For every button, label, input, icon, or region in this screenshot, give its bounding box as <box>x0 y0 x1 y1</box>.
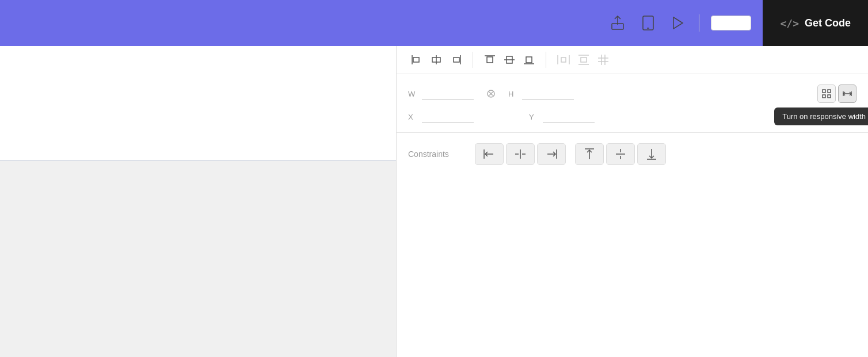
svg-rect-12 <box>487 57 493 63</box>
grid-icon <box>597 54 609 66</box>
export-button[interactable] <box>608 12 627 34</box>
constraint-left-button[interactable] <box>475 143 504 165</box>
width-input[interactable]: 414 <box>422 88 474 100</box>
constraint-right-button[interactable] <box>537 143 566 165</box>
align-right-button[interactable] <box>447 52 465 67</box>
constraint-center-v-button[interactable] <box>606 143 635 165</box>
export-icon <box>611 16 624 30</box>
svg-rect-10 <box>454 57 459 62</box>
play-button[interactable] <box>669 13 687 33</box>
svg-rect-30 <box>823 90 825 93</box>
distribute-v-icon <box>578 54 589 66</box>
right-panel: W 414 H 514 <box>396 46 868 357</box>
width-height-row: W 414 H 514 <box>408 85 856 103</box>
play-icon <box>672 17 684 29</box>
distribute-h-icon <box>557 55 570 65</box>
canvas-inner <box>0 46 396 161</box>
align-toolbar <box>397 46 868 74</box>
y-input[interactable]: 0 <box>543 111 595 123</box>
align-center-h-icon <box>431 55 442 65</box>
svg-rect-32 <box>823 95 825 98</box>
align-top-icon <box>484 55 496 65</box>
x-y-row: X 0 Y 0 <box>408 111 856 123</box>
constraint-top-icon <box>584 148 595 160</box>
svg-rect-33 <box>828 95 831 98</box>
x-label: X <box>408 113 417 121</box>
distribute-v-button[interactable] <box>575 52 592 68</box>
align-right-icon <box>450 55 462 65</box>
grid-button[interactable] <box>595 52 612 68</box>
align-left-button[interactable] <box>408 52 425 67</box>
dims-action-buttons <box>817 85 856 103</box>
svg-rect-31 <box>828 90 831 93</box>
link-icon <box>485 88 497 99</box>
align-group-vertical <box>481 52 538 67</box>
constraint-center-h-icon <box>514 149 527 159</box>
constraints-horizontal-group <box>475 143 566 165</box>
constraint-right-icon <box>545 149 558 159</box>
constraint-center-v-icon <box>615 148 626 160</box>
align-group-distribute <box>554 52 612 68</box>
constraints-label: Constraints <box>408 149 466 159</box>
height-label: H <box>508 90 517 98</box>
svg-rect-6 <box>413 57 419 62</box>
constraint-left-icon <box>483 149 496 159</box>
align-bottom-icon <box>523 55 535 65</box>
svg-marker-4 <box>673 17 683 29</box>
align-divider-2 <box>546 52 546 68</box>
svg-rect-19 <box>561 57 566 62</box>
constraint-bottom-icon <box>646 148 657 160</box>
align-divider-1 <box>473 52 473 68</box>
constraint-center-h-button[interactable] <box>506 143 535 165</box>
responsive-width-icon <box>843 89 852 98</box>
height-input[interactable]: 514 <box>522 88 574 100</box>
constraints-section: Constraints <box>397 133 868 175</box>
dimensions-section: W 414 H 514 <box>397 74 868 133</box>
distribute-h-button[interactable] <box>554 52 573 67</box>
get-code-button[interactable]: </> Get Code <box>763 0 868 46</box>
constraint-bottom-button[interactable] <box>637 143 666 165</box>
mobile-preview-icon <box>642 16 654 30</box>
x-input[interactable]: 0 <box>422 111 474 123</box>
zoom-input[interactable]: 100% <box>711 16 751 30</box>
canvas-area <box>0 46 396 357</box>
align-group-horizontal <box>408 52 465 67</box>
header-bar: 100% </> Get Code <box>0 0 868 46</box>
toolbar-center: 100% <box>608 12 751 34</box>
code-symbol: </> <box>780 17 799 29</box>
align-middle-button[interactable] <box>501 52 518 67</box>
fit-to-screen-button[interactable] <box>817 85 836 103</box>
toolbar-divider <box>699 14 699 32</box>
responsive-width-button[interactable] <box>838 85 856 103</box>
y-label: Y <box>529 113 538 121</box>
align-top-button[interactable] <box>481 52 498 67</box>
align-middle-icon <box>504 55 515 65</box>
constraints-vertical-group <box>575 143 666 165</box>
mobile-preview-button[interactable] <box>639 12 657 34</box>
svg-rect-16 <box>526 57 532 63</box>
width-label: W <box>408 90 417 98</box>
get-code-label: Get Code <box>805 17 851 29</box>
constraint-top-button[interactable] <box>575 143 604 165</box>
align-bottom-button[interactable] <box>520 52 538 67</box>
aspect-ratio-icon <box>485 88 497 99</box>
svg-rect-22 <box>581 57 587 62</box>
align-left-icon <box>411 55 422 65</box>
fit-to-screen-icon <box>822 89 831 98</box>
align-center-h-button[interactable] <box>428 52 445 67</box>
